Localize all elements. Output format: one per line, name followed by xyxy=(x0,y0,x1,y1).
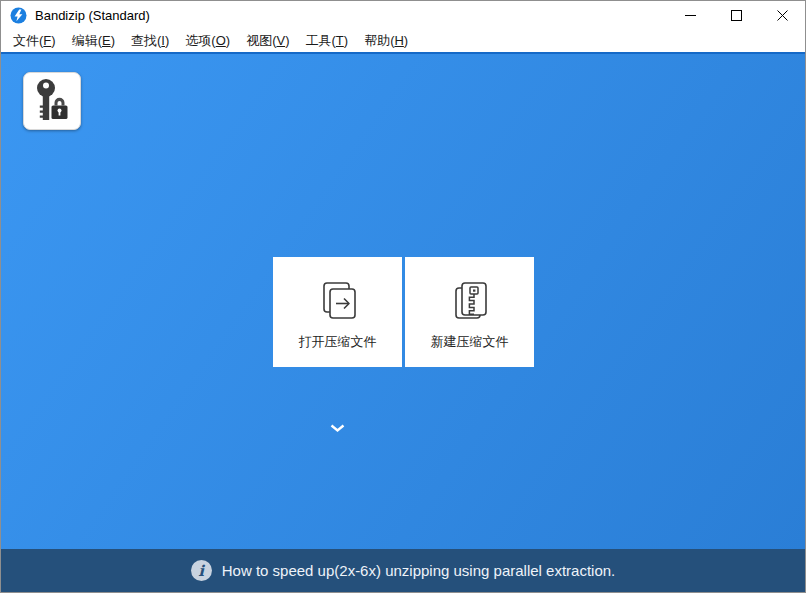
close-button[interactable] xyxy=(759,1,805,30)
open-archive-button[interactable]: 打开压缩文件 xyxy=(273,257,402,367)
close-icon xyxy=(777,10,788,21)
statusbar-message: How to speed up(2x-6x) unzipping using p… xyxy=(222,562,616,579)
maximize-button[interactable] xyxy=(713,1,759,30)
minimize-icon xyxy=(685,10,696,21)
maximize-icon xyxy=(731,10,742,21)
menubar-item[interactable]: 编辑(E) xyxy=(64,30,123,52)
new-archive-icon xyxy=(447,273,493,329)
info-icon: i xyxy=(191,560,212,581)
statusbar-banner[interactable]: i How to speed up(2x-6x) unzipping using… xyxy=(1,549,805,592)
new-archive-label: 新建压缩文件 xyxy=(431,333,509,351)
window-title: Bandizip (Standard) xyxy=(35,8,150,23)
center-buttons: 打开压缩文件 新建压缩文件 xyxy=(273,257,534,367)
open-archive-label: 打开压缩文件 xyxy=(299,333,377,351)
open-archive-icon xyxy=(315,273,361,329)
password-manager-button[interactable] xyxy=(23,72,81,130)
menubar-item[interactable]: 帮助(H) xyxy=(356,30,416,52)
menubar-item[interactable]: 文件(F) xyxy=(5,30,64,52)
menubar-item[interactable]: 选项(O) xyxy=(177,30,238,52)
menubar-item[interactable]: 工具(T) xyxy=(297,30,356,52)
menubar-item[interactable]: 查找(I) xyxy=(123,30,177,52)
minimize-button[interactable] xyxy=(667,1,713,30)
menubar: 文件(F)编辑(E)查找(I)选项(O)视图(V)工具(T)帮助(H) xyxy=(1,30,805,52)
menubar-item[interactable]: 视图(V) xyxy=(238,30,297,52)
bandizip-window: Bandizip (Standard) 文件(F)编辑(E)查找(I)选项(O)… xyxy=(0,0,806,593)
key-lock-icon xyxy=(33,78,71,124)
chevron-down-icon[interactable] xyxy=(330,424,345,433)
bandizip-logo-icon xyxy=(10,7,27,24)
titlebar: Bandizip (Standard) xyxy=(1,1,805,30)
content-area: 打开压缩文件 新建压缩文件 xyxy=(1,54,805,549)
new-archive-button[interactable]: 新建压缩文件 xyxy=(405,257,534,367)
